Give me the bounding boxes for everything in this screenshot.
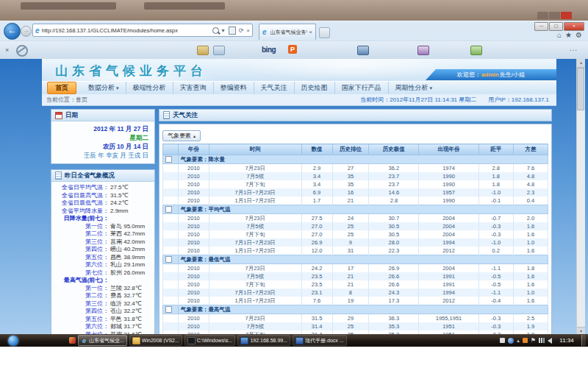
toolbar-close-icon[interactable]: × bbox=[5, 46, 9, 54]
start-button[interactable] bbox=[8, 336, 18, 346]
weather-stat-row: 第六位：郯城 31.7℃ bbox=[53, 323, 151, 331]
ime-icon[interactable] bbox=[500, 338, 505, 343]
main-panel: 天气关注 气象要素 ▴ 年份时间数值历史排位历史极值出现年份距平方差气象要素：降… bbox=[159, 109, 552, 336]
chevron-up-icon: ▴ bbox=[193, 133, 196, 138]
checkbox[interactable] bbox=[165, 306, 172, 313]
date-panel-title: 日期 bbox=[65, 111, 78, 120]
taskbar-button-2[interactable]: C:\Windows\s... bbox=[184, 335, 236, 346]
taskbar-button-0[interactable]: e山东省气候业... bbox=[78, 335, 127, 346]
table-row[interactable]: 20107月23日27.52430.72004-0.72.0 bbox=[163, 214, 548, 223]
network-icon[interactable] bbox=[539, 338, 545, 343]
puzzle-addon-icon[interactable] bbox=[470, 46, 482, 55]
show-desktop-button[interactable] bbox=[581, 335, 586, 346]
nav-item-0[interactable]: 首页 bbox=[47, 82, 76, 94]
web-page: 山东省气候业务平台 欢迎您：admin 先生/小姐 首页数据分析▾极端性分析灾害… bbox=[0, 59, 588, 336]
settings-gear-icon[interactable]: ⚙ bbox=[576, 31, 582, 39]
close-button[interactable]: × bbox=[564, 22, 584, 31]
addon-icon[interactable] bbox=[417, 46, 429, 55]
table-row[interactable]: 20107月5候31.42535.31951-0.31.9 bbox=[163, 322, 548, 330]
date-line: 壬辰 年 辛亥 月 壬戌 日 bbox=[57, 151, 148, 160]
taskbar-button-1[interactable]: Win2008 (VS2... bbox=[129, 335, 182, 346]
welcome-ribbon: 欢迎您：admin 先生/小姐 bbox=[426, 69, 556, 80]
weather-stat-row: 第六位：乳山 29.1mm bbox=[53, 261, 151, 269]
element-filter-button[interactable]: 气象要素 ▴ bbox=[162, 130, 201, 141]
pinned-app-icon[interactable] bbox=[69, 337, 76, 344]
window-controls: — ▢ × bbox=[534, 22, 584, 31]
table-row[interactable]: 20101月1日~7月23日12.03122.320120.21.6 bbox=[163, 247, 548, 255]
page-scrollbar[interactable]: ▴ ▾ bbox=[576, 59, 585, 336]
refresh-icon[interactable]: ⟳ bbox=[239, 27, 244, 34]
stop-icon[interactable]: × bbox=[246, 27, 250, 34]
nav-item-2[interactable]: 极端性分析 bbox=[126, 82, 173, 94]
nav-item-8[interactable]: 周期性分析▾ bbox=[388, 82, 440, 94]
new-tab-button[interactable] bbox=[319, 27, 330, 38]
table-row[interactable]: 20107月23日2.92736.219742.87.6 bbox=[163, 164, 548, 173]
table-row[interactable]: 20107月1日~7月23日26.9928.01994-1.01.0 bbox=[163, 238, 548, 247]
chevron-down-icon[interactable]: ▾ bbox=[222, 27, 225, 34]
taskbar-button-4[interactable]: 现代手册.docx ... bbox=[293, 335, 347, 346]
taskbar-clock[interactable]: 11:34 bbox=[555, 337, 578, 344]
bing-p-icon[interactable]: P bbox=[288, 45, 297, 54]
bing-logo[interactable]: bing bbox=[262, 46, 276, 54]
document-icon bbox=[55, 171, 62, 180]
tab-close-icon[interactable]: × bbox=[309, 29, 312, 35]
table-row[interactable]: 20107月5候3.43523.719901.84.8 bbox=[163, 172, 548, 180]
cell: 28.0 bbox=[369, 238, 419, 247]
cell: 31 bbox=[332, 247, 369, 255]
checkbox[interactable] bbox=[165, 156, 172, 163]
welcome-prefix: 欢迎您： bbox=[457, 71, 481, 79]
table-row[interactable]: 20107月1日~7月23日6.91614.61957-1.02.3 bbox=[163, 188, 548, 197]
favorites-star-icon[interactable]: ★ bbox=[565, 31, 572, 39]
stat-value: 胶州 26.0mm bbox=[109, 269, 151, 277]
search-icon[interactable] bbox=[212, 27, 219, 34]
nav-item-5[interactable]: 天气关注 bbox=[254, 82, 294, 94]
date-line: 农历 10 月 14 日 bbox=[57, 142, 148, 151]
network-globe-icon[interactable] bbox=[508, 338, 514, 344]
address-bar[interactable]: e http://192.168.137.1/GLCCLIMATE/module… bbox=[32, 24, 253, 37]
nav-item-1[interactable]: 数据分析▾ bbox=[82, 82, 126, 94]
table-row[interactable]: 20107月5候23.52126.61991-0.51.6 bbox=[163, 272, 548, 280]
maximize-button[interactable]: ▢ bbox=[549, 22, 563, 31]
compatibility-view-icon[interactable] bbox=[229, 26, 236, 35]
welcome-suffix: 先生/小姐 bbox=[500, 71, 525, 79]
cell: 1月1日~7月23日 bbox=[209, 247, 301, 255]
weather-stat-row: 第一位：青岛 95.0mm bbox=[53, 223, 151, 231]
mail-icon[interactable] bbox=[213, 46, 225, 55]
nav-item-3[interactable]: 灾害查询 bbox=[173, 82, 213, 94]
nav-item-6[interactable]: 历史绘图 bbox=[294, 82, 334, 94]
forward-button[interactable]: → bbox=[21, 26, 32, 37]
table-row[interactable]: 20107月23日24.21726.92004-1.11.8 bbox=[163, 264, 548, 273]
volume-icon[interactable] bbox=[548, 338, 552, 344]
browser-tab[interactable]: e 山东省气候业务平... × bbox=[259, 24, 316, 40]
column-header: 时间 bbox=[209, 144, 301, 155]
table-row[interactable]: 20101月1日~7月23日1.7212.81990-0.10.4 bbox=[163, 197, 548, 205]
table-row[interactable]: 20101月1日~7月23日7.61917.32012-0.41.6 bbox=[163, 297, 548, 305]
scrollbar-thumb[interactable] bbox=[577, 68, 584, 110]
security-icon[interactable] bbox=[523, 338, 528, 343]
table-row[interactable]: 20107月5候27.02530.52004-0.31.6 bbox=[163, 222, 548, 230]
nav-item-4[interactable]: 整编资料 bbox=[213, 82, 254, 94]
table-row[interactable]: 20107月下旬3.43523.719901.84.8 bbox=[163, 180, 548, 188]
action-center-flag-icon[interactable]: ⚑ bbox=[531, 338, 536, 344]
camera-icon[interactable] bbox=[357, 46, 369, 55]
scroll-up-icon[interactable]: ▴ bbox=[577, 59, 585, 68]
cell: 2004 bbox=[419, 222, 478, 230]
group-row: 气象要素：平均气温 bbox=[163, 205, 548, 214]
table-row[interactable]: 20107月23日31.52936.31955,1951-0.32.5 bbox=[163, 314, 548, 323]
home-icon[interactable]: ⌂ bbox=[557, 31, 562, 39]
checkbox[interactable] bbox=[165, 256, 172, 263]
nav-item-7[interactable]: 国家下行产品 bbox=[334, 82, 388, 94]
table-row[interactable]: 20107月下旬23.52126.61991-0.51.6 bbox=[163, 280, 548, 289]
cell: 23.5 bbox=[301, 272, 332, 280]
breadcrumb: 当前位置：首页 bbox=[46, 96, 87, 104]
checkbox[interactable] bbox=[165, 206, 172, 213]
table-row[interactable]: 20107月下旬27.02530.52004-0.31.6 bbox=[163, 230, 548, 238]
url-text[interactable]: http://192.168.137.1/GLCCLIMATE/modules/… bbox=[42, 27, 209, 34]
more-icon[interactable]: ... bbox=[570, 44, 578, 52]
minimize-button[interactable]: — bbox=[534, 22, 548, 31]
taskbar-button-3[interactable]: 192.168.58.99... bbox=[237, 335, 290, 346]
table-row[interactable]: 20107月1日~7月23日23.1824.31994-1.11.0 bbox=[163, 289, 548, 297]
card-icon[interactable] bbox=[197, 46, 209, 55]
back-button[interactable]: ← bbox=[4, 23, 21, 40]
tray-expand-icon[interactable]: ▴ bbox=[517, 338, 520, 343]
